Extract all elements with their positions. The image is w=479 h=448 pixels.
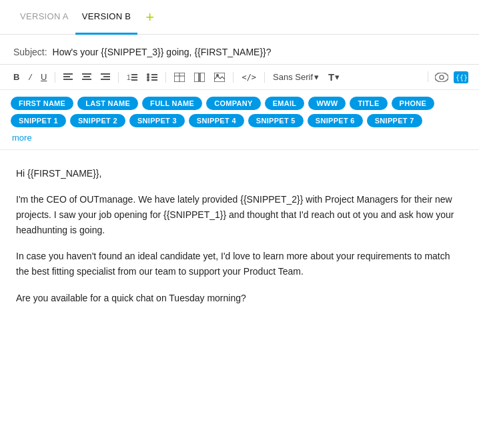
toolbar-separator-6: [428, 71, 428, 82]
font-family-chevron: ▾: [314, 72, 319, 82]
unordered-list-button[interactable]: [144, 72, 160, 83]
more-tags-link[interactable]: more: [11, 133, 33, 143]
svg-rect-5: [83, 76, 90, 77]
svg-rect-6: [82, 79, 91, 80]
svg-rect-13: [131, 74, 137, 75]
toolbar-right-actions: {{}}: [426, 71, 468, 83]
toolbar-separator-4: [233, 72, 233, 83]
svg-rect-0: [63, 73, 73, 75]
align-center-button[interactable]: [79, 72, 94, 83]
bold-button[interactable]: B: [11, 71, 22, 83]
ordered-list-button[interactable]: 1.: [124, 72, 140, 83]
tag-first-name[interactable]: FIRST NAME: [11, 97, 73, 110]
svg-rect-2: [63, 79, 73, 80]
svg-point-18: [147, 79, 149, 81]
toolbar-separator-3: [165, 72, 166, 83]
tag-email[interactable]: EMAIL: [265, 97, 305, 110]
svg-text:{{}}: {{}}: [456, 74, 468, 81]
subject-label: Subject:: [13, 47, 47, 57]
align-left-button[interactable]: [61, 72, 75, 83]
font-size-chevron: ▾: [335, 72, 340, 82]
tab-version-b[interactable]: VERSION B: [75, 0, 138, 35]
tag-last-name[interactable]: LAST NAME: [77, 97, 138, 110]
tag-snippet-2[interactable]: SNIPPET 2: [70, 114, 125, 127]
svg-rect-19: [151, 74, 157, 75]
svg-rect-9: [103, 76, 110, 77]
svg-point-30: [440, 75, 444, 79]
svg-rect-26: [200, 73, 205, 82]
tag-company[interactable]: COMPANY: [206, 97, 261, 110]
italic-button[interactable]: /: [26, 71, 34, 83]
tags-area: FIRST NAME LAST NAME FULL NAME COMPANY E…: [0, 90, 479, 150]
tag-snippet-1[interactable]: SNIPPET 1: [11, 114, 66, 127]
svg-rect-21: [151, 79, 157, 81]
body-paragraph-2: In case you haven't found an ideal candi…: [16, 249, 463, 279]
svg-point-29: [435, 73, 448, 82]
tag-www[interactable]: WWW: [308, 97, 346, 110]
body-paragraph-1: I'm the CEO of OUTmanage. We have lately…: [16, 192, 463, 238]
tag-snippet-3[interactable]: SNIPPET 3: [129, 114, 185, 127]
greeting-paragraph: Hi {{FIRST_NAME}},: [16, 166, 463, 181]
tags-row-2: SNIPPET 1 SNIPPET 2 SNIPPET 3 SNIPPET 4 …: [11, 114, 468, 127]
tag-snippet-4[interactable]: SNIPPET 4: [189, 114, 244, 127]
editor-toolbar: B / U 1. </> Sans Serif ▾ T ▾: [0, 65, 479, 90]
image-button[interactable]: [211, 71, 227, 83]
tag-full-name[interactable]: FULL NAME: [142, 97, 202, 110]
font-size-label: T: [328, 71, 334, 83]
svg-rect-1: [63, 76, 70, 77]
svg-rect-14: [131, 77, 137, 78]
tag-snippet-5[interactable]: SNIPPET 5: [248, 114, 304, 127]
font-family-select[interactable]: Sans Serif ▾: [270, 71, 322, 83]
svg-rect-20: [151, 77, 157, 78]
tag-phone[interactable]: PHONE: [392, 97, 435, 110]
add-tab-button[interactable]: +: [145, 10, 154, 25]
tabs-bar: VERSION A VERSION B +: [0, 0, 479, 35]
subject-input[interactable]: [53, 47, 466, 57]
tag-title[interactable]: TITLE: [350, 97, 387, 110]
tab-version-a[interactable]: VERSION A: [13, 0, 75, 35]
svg-rect-8: [101, 73, 110, 75]
font-size-select[interactable]: T ▾: [326, 70, 342, 84]
tag-snippet-6[interactable]: SNIPPET 6: [308, 114, 363, 127]
svg-rect-4: [82, 73, 91, 75]
font-family-label: Sans Serif: [273, 72, 313, 82]
svg-rect-10: [101, 79, 110, 80]
toolbar-separator-5: [264, 72, 265, 83]
tags-row-1: FIRST NAME LAST NAME FULL NAME COMPANY E…: [11, 97, 468, 110]
variables-icon[interactable]: {{}}: [454, 71, 468, 83]
svg-rect-25: [194, 73, 199, 82]
underline-button[interactable]: U: [38, 71, 49, 83]
svg-point-16: [147, 73, 149, 76]
preview-icon[interactable]: [435, 71, 448, 83]
toolbar-separator-2: [118, 72, 119, 83]
columns-button[interactable]: [191, 71, 207, 83]
subject-row: Subject:: [0, 35, 479, 65]
editor-body: Hi {{FIRST_NAME}}, I'm the CEO of OUTman…: [0, 150, 479, 317]
toolbar-separator-1: [55, 72, 55, 83]
tag-snippet-7[interactable]: SNIPPET 7: [367, 114, 422, 127]
code-block-button[interactable]: </>: [239, 71, 259, 83]
body-paragraph-3: Are you available for a quick chat on Tu…: [16, 291, 463, 306]
table-button[interactable]: [171, 71, 187, 83]
svg-point-17: [147, 76, 149, 79]
align-right-button[interactable]: [98, 72, 113, 83]
svg-rect-15: [131, 79, 137, 81]
